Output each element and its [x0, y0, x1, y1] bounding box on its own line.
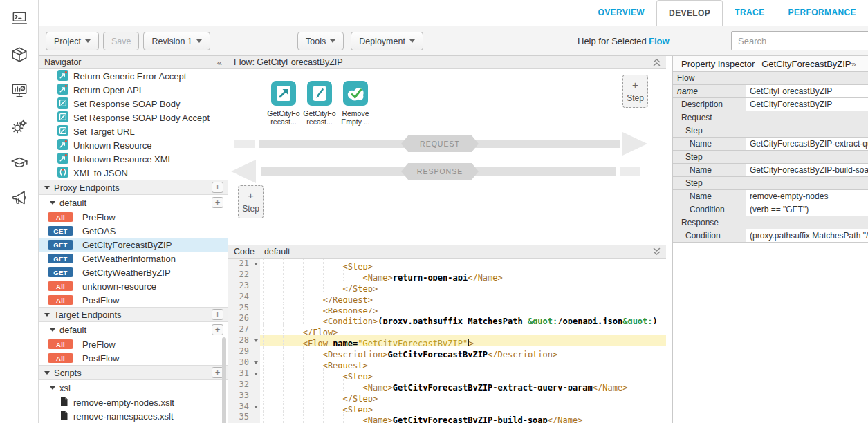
add-button[interactable]: + — [212, 197, 223, 208]
flow-step[interactable]: Remove Empty ... — [340, 81, 371, 126]
save-button[interactable]: Save — [103, 32, 140, 50]
navigator-policy-item[interactable]: XML to JSON — [39, 166, 228, 180]
indent-guide — [283, 281, 303, 292]
add-button[interactable]: + — [212, 309, 223, 320]
navigator-section-scripts[interactable]: Scripts+ — [39, 365, 228, 380]
project-dropdown[interactable]: Project — [46, 32, 99, 50]
collapse-up-icon[interactable] — [653, 57, 661, 67]
fold-toggle-icon[interactable] — [252, 258, 260, 270]
fold-toggle-icon[interactable] — [252, 335, 260, 346]
navigator-endpoint-item[interactable]: GETGetCityForecastByZIP — [39, 238, 228, 252]
fold-toggle-icon[interactable] — [252, 357, 260, 368]
navigator-endpoint-item[interactable]: AllPostFlow — [39, 293, 228, 307]
flow-step[interactable]: GetCityForecast... — [304, 81, 335, 126]
inspector-value-cell[interactable]: (proxy.pathsuffix MatchesPath "/c — [746, 229, 868, 242]
deployment-dropdown[interactable]: Deployment — [351, 32, 423, 50]
analytics-monitor-icon[interactable] — [10, 82, 28, 100]
navigator-endpoint-item[interactable]: GETGetOAS — [39, 224, 228, 238]
tab-overview[interactable]: OVERVIEW — [586, 0, 656, 26]
code-token: <Name> — [362, 383, 392, 391]
navigator-policy-item[interactable]: Set Response SOAP Body Accept — [39, 111, 228, 124]
inspector-value-cell[interactable]: GetCityForecastByZIP — [746, 98, 868, 111]
tools-dropdown[interactable]: Tools — [297, 32, 344, 50]
navigator-policy-item[interactable]: Unknown Resource XML — [39, 152, 228, 166]
collapse-down-icon[interactable] — [653, 247, 661, 256]
inspector-value-cell[interactable]: GetCityForecastByZIP — [746, 85, 868, 97]
caret-down-icon — [50, 386, 55, 390]
code-token: </Request> — [323, 295, 373, 303]
indent-guide — [283, 379, 303, 391]
deployment-dropdown-label: Deployment — [359, 37, 405, 46]
add-button[interactable]: + — [212, 182, 223, 193]
indent-guide — [263, 303, 283, 314]
tab-performance[interactable]: PERFORMANCE — [777, 0, 868, 26]
indent-guide — [263, 391, 283, 402]
code-text: <Description>GetCityForecastByZIP</Descr… — [260, 346, 666, 357]
add-step-button-request[interactable]: + Step — [622, 75, 648, 108]
center-panels: Flow: GetCityForecastByZIP GetCityForeca… — [228, 56, 666, 423]
navigator-scrollbar-thumb[interactable] — [222, 337, 226, 423]
graduation-cap-icon[interactable] — [10, 153, 28, 171]
navigator-policy-item[interactable]: Return Open API — [39, 83, 228, 97]
code-text: <Step> — [260, 402, 666, 413]
navigator-endpoint-item[interactable]: AllPreFlow — [39, 210, 228, 224]
help-flow-link[interactable]: Flow — [649, 36, 670, 46]
navigator-policy-item[interactable]: Return Generic Error Accept — [39, 69, 228, 83]
navigator-section-proxy-endpoints[interactable]: Proxy Endpoints+ — [39, 180, 228, 195]
gears-icon[interactable] — [10, 118, 28, 135]
fold-toggle-icon[interactable] — [252, 368, 260, 379]
code-editor[interactable]: 21<Step>22<Name>return-open-api</Name>23… — [228, 258, 666, 423]
package-box-icon[interactable] — [10, 46, 28, 64]
section-label: Scripts — [54, 368, 82, 378]
search-input[interactable] — [731, 31, 868, 50]
inspector-value: (verb == "GET") — [750, 205, 809, 214]
tab-trace[interactable]: TRACE — [723, 0, 776, 26]
code-text: <Step> — [260, 258, 666, 270]
flow-panel-header: Flow: GetCityForecastByZIP — [228, 56, 666, 69]
inspector-value-cell[interactable]: GetCityForecastByZIP-build-soap — [746, 164, 868, 176]
line-number: 29 — [228, 346, 252, 357]
policy-label: Return Generic Error Accept — [73, 71, 186, 82]
extract-arrow-icon — [271, 81, 296, 106]
inspector-value-cell[interactable]: remove-empty-nodes — [746, 190, 868, 203]
group-label: default — [59, 325, 86, 335]
navigator-group-default[interactable]: default+ — [39, 195, 228, 210]
revision-dropdown[interactable]: Revision 1 — [143, 32, 210, 50]
inspector-label: Name — [677, 139, 712, 149]
flow-step[interactable]: GetCityForecast... — [268, 81, 299, 126]
cloud-check-icon — [343, 81, 368, 106]
navigator-endpoint-item[interactable]: GETGetWeatherInformation — [39, 252, 228, 265]
collapse-right-icon[interactable]: » — [851, 59, 856, 69]
navigator-section-target-endpoints[interactable]: Target Endpoints+ — [39, 307, 228, 322]
navigator-file-item[interactable]: remove-namespaces.xslt — [39, 409, 228, 423]
code-text: <Name>return-open-api</Name> — [260, 270, 666, 281]
navigator-group-default[interactable]: default+ — [39, 322, 228, 337]
navigator-endpoint-item[interactable]: Allunknown-resource — [39, 279, 228, 293]
response-arrowhead-icon — [231, 160, 256, 183]
fold-toggle-icon[interactable] — [252, 402, 260, 413]
gutter-spacer — [252, 346, 260, 357]
megaphone-icon[interactable] — [10, 189, 28, 207]
apigee-develop-screen: OVERVIEWDEVELOPTRACEPERFORMANCE Project … — [0, 0, 868, 423]
navigator-policy-item[interactable]: Set Response SOAP Body — [39, 97, 228, 111]
endpoint-label: unknown-resource — [82, 281, 156, 292]
navigator-policy-item[interactable]: Unknown Resource — [39, 138, 228, 152]
indent-guide — [263, 379, 283, 391]
indent-guide — [283, 258, 303, 270]
tab-develop[interactable]: DEVELOP — [656, 0, 723, 26]
navigator-endpoint-item[interactable]: AllPostFlow — [39, 351, 228, 365]
navigator-file-item[interactable]: remove-empty-nodes.xslt — [39, 395, 228, 409]
navigator-endpoint-item[interactable]: AllPreFlow — [39, 337, 228, 351]
terminal-laptop-icon[interactable] — [10, 10, 28, 28]
code-text: <Flow name="GetCityForecastByZIP"> — [260, 335, 666, 346]
add-button[interactable]: + — [212, 324, 223, 335]
collapse-left-icon[interactable]: « — [217, 57, 222, 68]
line-number: 24 — [228, 292, 252, 303]
navigator-policy-item[interactable]: Set Target URL — [39, 124, 228, 138]
inspector-value-cell[interactable]: (verb == "GET") — [746, 203, 868, 216]
method-badge: All — [48, 339, 73, 349]
inspector-value-cell[interactable]: GetCityForecastByZIP-extract-qu — [746, 138, 868, 150]
navigator-endpoint-item[interactable]: GETGetCityWeatherByZIP — [39, 265, 228, 279]
navigator-group-xsl[interactable]: xsl — [39, 380, 228, 395]
add-step-button-response[interactable]: + Step — [238, 185, 264, 218]
